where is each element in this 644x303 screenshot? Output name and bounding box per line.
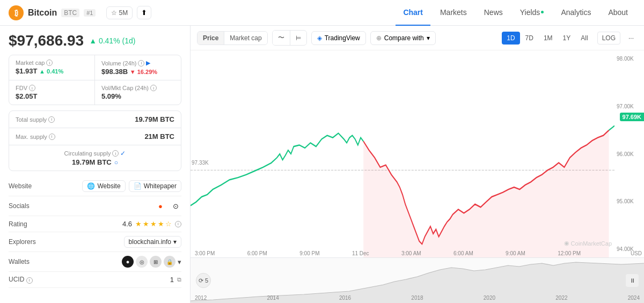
- coin-info: ₿ Bitcoin BTC #1: [9, 5, 96, 20]
- star-2: ★: [143, 220, 149, 228]
- hist-x-2018: 2018: [411, 295, 423, 301]
- left-panel: $97,686.93 ▲ 0.41% (1d) Market cap i $1.…: [0, 26, 191, 303]
- rating-info-icon[interactable]: i: [175, 221, 181, 227]
- explorer-name: blockchain.info: [129, 238, 171, 246]
- total-supply-value: 19.79M BTC: [135, 115, 174, 123]
- fdv-label: FDV i: [16, 85, 88, 91]
- tab-yields[interactable]: Yields: [513, 0, 552, 26]
- explorers-label: Explorers: [9, 238, 57, 246]
- chart-canvas-area: 3:00 PM 6:00 PM 9:00 PM 11 Dec 3:00 AM 6…: [191, 50, 614, 257]
- star-button[interactable]: ☆ 5M: [106, 6, 133, 19]
- market-cap-label: Market cap i: [16, 60, 88, 66]
- coin-name: Bitcoin: [28, 8, 57, 18]
- max-supply-row: Max. supply i 21M BTC: [9, 128, 181, 145]
- compare-chevron-icon: ▾: [427, 34, 430, 42]
- cmc-icon: ◉: [564, 240, 569, 247]
- website-button[interactable]: 🌐 Website: [82, 180, 125, 192]
- explorers-value: blockchain.info ▾: [57, 236, 181, 248]
- market-cap-button[interactable]: Market cap: [224, 32, 267, 45]
- rating-number: 4.6: [122, 220, 132, 228]
- coin-logo: ₿: [9, 5, 24, 20]
- ucid-info-icon[interactable]: i: [26, 277, 33, 284]
- time-7d-button[interactable]: 7D: [521, 32, 538, 45]
- star-3: ★: [150, 220, 157, 228]
- fdv-info-icon[interactable]: i: [29, 85, 35, 91]
- market-cap-info-icon[interactable]: i: [46, 60, 53, 66]
- log-button[interactable]: LOG: [597, 32, 620, 45]
- tab-chart[interactable]: Chart: [396, 0, 430, 26]
- copy-icon[interactable]: ⧉: [177, 276, 181, 283]
- github-icon[interactable]: ⊙: [170, 200, 181, 212]
- yields-dot: [541, 11, 544, 13]
- ucid-number: 1: [170, 276, 174, 284]
- reference-price-label: 97.33K: [192, 160, 209, 166]
- tab-news[interactable]: News: [477, 0, 510, 26]
- price-marketcap-group: Price Market cap: [197, 31, 268, 45]
- y-label-3: 96.00K: [617, 151, 642, 157]
- tradingview-button[interactable]: ◈ TradingView: [311, 31, 366, 45]
- star-5-half: ☆: [165, 220, 172, 228]
- circ-supply-info-icon[interactable]: i: [112, 150, 119, 157]
- wallet-icon-3[interactable]: ⊞: [150, 256, 162, 268]
- volume-cell: Volume (24h) i ▶ $98.38B ▼ 16.29%: [95, 55, 181, 80]
- tab-analytics[interactable]: Analytics: [553, 0, 598, 26]
- chart-toolbar: Price Market cap 〜 ⊨ ◈ TradingView ⊕ Com…: [191, 26, 644, 50]
- supply-section: Total supply i 19.79M BTC Max. supply i …: [9, 110, 181, 171]
- time-1d-button[interactable]: 1D: [502, 32, 519, 45]
- playback-button[interactable]: ⟳ 5: [196, 273, 211, 288]
- compare-button[interactable]: ⊕ Compare with ▾: [370, 31, 436, 45]
- star-icon: ☆: [111, 9, 117, 17]
- chevron-down-icon: ▾: [173, 238, 177, 246]
- ucid-value: 1 ⧉: [57, 276, 181, 284]
- wallets-label: Wallets: [9, 258, 57, 265]
- verified-icon: ✓: [120, 150, 126, 157]
- historical-x-labels: 2012 2014 2016 2018 2020 2022 2024: [191, 294, 644, 302]
- x-label-7: 9:00 AM: [506, 250, 525, 256]
- x-label-8: 12:00 PM: [558, 250, 581, 256]
- wallet-icon-2[interactable]: ◎: [136, 256, 148, 268]
- rating-label: Rating: [9, 220, 57, 228]
- explorer-dropdown[interactable]: blockchain.info ▾: [124, 236, 181, 248]
- price-main: $97,686.93: [9, 32, 84, 49]
- star-1: ★: [135, 220, 142, 228]
- more-button[interactable]: ···: [625, 32, 638, 45]
- coin-rank: #1: [84, 9, 96, 17]
- circulating-supply-row: Circulating supply i ✓ 19.79M BTC ○: [9, 145, 181, 171]
- wallet-icon-1[interactable]: ●: [122, 256, 134, 268]
- vol-mkt-info-icon[interactable]: i: [150, 85, 157, 91]
- wallets-value: ● ◎ ⊞ 🔒 ▾: [57, 256, 181, 268]
- hist-x-2024: 2024: [628, 295, 640, 301]
- total-supply-info-icon[interactable]: i: [48, 116, 55, 123]
- share-button[interactable]: ⬆: [137, 6, 151, 19]
- time-1y-button[interactable]: 1Y: [558, 32, 576, 45]
- time-1m-button[interactable]: 1M: [539, 32, 558, 45]
- tab-markets[interactable]: Markets: [433, 0, 474, 26]
- tab-about[interactable]: About: [601, 0, 635, 26]
- time-all-button[interactable]: All: [576, 32, 592, 45]
- price-button[interactable]: Price: [197, 32, 224, 45]
- wallet-icon-4[interactable]: 🔒: [164, 256, 175, 268]
- max-supply-value: 21M BTC: [144, 132, 174, 141]
- line-chart-button[interactable]: 〜: [273, 31, 290, 45]
- star-count: 5M: [119, 9, 128, 17]
- volume-info-icon[interactable]: i: [138, 60, 144, 66]
- pause-button[interactable]: ⏸: [626, 274, 639, 287]
- candle-chart-button[interactable]: ⊨: [290, 32, 306, 45]
- hist-x-2020: 2020: [484, 295, 495, 301]
- explorers-row: Explorers blockchain.info ▾: [9, 232, 181, 252]
- volume-link-icon[interactable]: ▶: [146, 60, 150, 66]
- max-supply-info-icon[interactable]: i: [49, 134, 55, 140]
- x-axis-labels: 3:00 PM 6:00 PM 9:00 PM 11 Dec 3:00 AM 6…: [191, 249, 585, 257]
- stats-grid: Market cap i $1.93T ▲ 0.41% Volume (24h)…: [9, 55, 181, 105]
- socials-value: ● ⊙: [57, 200, 181, 212]
- total-supply-row: Total supply i 19.79M BTC: [9, 111, 181, 128]
- whitepaper-button[interactable]: 📄 Whitepaper: [129, 180, 181, 192]
- volume-label: Volume (24h) i ▶: [101, 60, 174, 66]
- reddit-icon[interactable]: ●: [155, 200, 166, 212]
- top-navigation: ₿ Bitcoin BTC #1 ☆ 5M ⬆ Chart Markets Ne…: [0, 0, 644, 26]
- rating-row: Rating 4.6 ★ ★ ★ ★ ☆ i: [9, 216, 181, 232]
- wallet-expand-icon[interactable]: ▾: [178, 258, 181, 266]
- x-label-4: 11 Dec: [352, 250, 369, 256]
- hist-x-2014: 2014: [267, 295, 279, 301]
- circulating-supply-label: Circulating supply i ✓: [64, 150, 126, 157]
